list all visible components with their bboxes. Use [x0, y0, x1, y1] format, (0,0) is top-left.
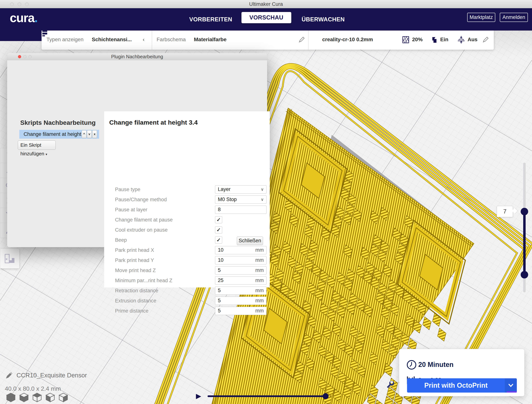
model-dimensions: 40.0 x 80.0 x 2.4 mm [5, 385, 61, 392]
edit-print-settings-icon[interactable] [482, 36, 489, 43]
setting-row: Pause/Change methodM0 Stop∨ [104, 194, 270, 205]
move-script-down-button[interactable]: v [87, 130, 92, 138]
setting-row: Change filament at pause✓ [104, 215, 270, 225]
tab-vorschau[interactable]: VORSCHAU [241, 12, 291, 23]
setting-input[interactable]: 5mm [215, 287, 266, 295]
setting-value: M0 Stop [218, 196, 237, 203]
collapse-chevron-icon[interactable]: ‹ [143, 29, 145, 50]
tab-vorbereiten[interactable]: VORBEREITEN [185, 8, 236, 31]
setting-row: Pause typeLayer∨ [104, 184, 270, 194]
move-script-up-button[interactable]: ^ [82, 130, 87, 138]
setting-dropdown[interactable]: Layer∨ [215, 185, 266, 193]
setting-value: 10 [218, 256, 223, 264]
print-time: 20 Minuten [418, 361, 454, 369]
setting-value: 10 [218, 246, 223, 254]
setting-unit: mm [255, 246, 264, 254]
dialog-zoom-button[interactable] [28, 55, 32, 58]
setting-label: Cool extruder on pause [115, 225, 168, 235]
setting-value: 5 [218, 266, 221, 274]
setting-label: Prime distance [115, 306, 149, 316]
print-summary-card: 20 Minuten 3g · 0.99m Print with OctoPri… [399, 349, 525, 396]
setting-label: Park print head Y [115, 255, 154, 265]
window-title: Ultimaker Cura [0, 0, 532, 8]
dialog-title: Plugin Nachbearbeitung [7, 53, 267, 60]
setting-input[interactable]: 10mm [215, 256, 266, 264]
setting-dropdown[interactable]: M0 Stop∨ [215, 195, 266, 204]
setting-row: Cool extruder on pause✓ [104, 225, 270, 235]
print-button-label: Print with OctoPrint [407, 378, 505, 392]
object-list-icon [0, 249, 20, 269]
print-options-dropdown[interactable] [505, 378, 517, 392]
setting-label: Retraction distance [115, 286, 158, 296]
setting-value: 5 [218, 287, 221, 294]
setting-row: Park print head X10mm [104, 245, 270, 255]
model-name[interactable]: CCR10_Exquisite Densor [17, 372, 87, 379]
setting-checkbox[interactable]: ✓ [215, 226, 222, 233]
close-window-button[interactable] [10, 2, 14, 6]
setting-label: Extrusion distance [115, 296, 156, 306]
remove-script-button[interactable]: x [92, 130, 97, 138]
dropdown-caret-icon: ▼ [45, 153, 48, 156]
object-list-button[interactable] [0, 249, 19, 269]
setting-row: Retraction distance5mm [104, 286, 270, 296]
layer-slider-value: 7 [497, 206, 513, 217]
edit-model-name-icon[interactable] [5, 370, 14, 380]
window-titlebar: Ultimaker Cura [0, 0, 532, 8]
setting-label: Park print head X [115, 245, 154, 255]
setting-unit: mm [255, 276, 264, 284]
support-icon [431, 36, 438, 44]
zoom-window-button[interactable] [25, 2, 29, 6]
add-script-button[interactable]: Ein Skript hinzufügen▼ [18, 141, 56, 150]
setting-unit: mm [255, 266, 264, 274]
dialog-close-button[interactable] [18, 55, 21, 58]
setting-label: Move print head Z [115, 265, 156, 276]
setting-checkbox[interactable]: ✓ [215, 216, 222, 223]
setting-row: Pause at layer8 [104, 205, 270, 215]
minimize-window-button[interactable] [18, 2, 21, 6]
marketplace-button[interactable]: Marktplatz [467, 13, 495, 22]
setting-input[interactable]: 5mm [215, 307, 266, 315]
printer-profile-value[interactable]: creality-cr-10 0.2mm [322, 29, 373, 50]
view-type-label: Typen anzeigen [46, 29, 83, 50]
selected-script-row[interactable]: Change filament at height 3.4 ^ v x [19, 130, 99, 139]
setting-input[interactable]: 5mm [215, 297, 266, 305]
setting-label: Pause at layer [115, 205, 147, 215]
view-type-value[interactable]: Schichtenansi... [92, 29, 132, 50]
chevron-down-icon: ∨ [261, 186, 264, 193]
setting-label: Minimum par...rint head Z [115, 276, 172, 286]
setting-input[interactable]: 25mm [215, 276, 266, 285]
support-value[interactable]: Ein [440, 29, 449, 50]
setting-input[interactable]: 8 [215, 205, 266, 214]
setting-label: Change filament at pause [115, 215, 173, 225]
dialog-titlebar[interactable]: Plugin Nachbearbeitung [7, 53, 267, 60]
setting-input[interactable]: 10mm [215, 246, 266, 254]
setting-value: 25 [218, 276, 223, 284]
signin-button[interactable]: Anmelden [500, 13, 528, 22]
setting-value: Layer [218, 186, 231, 193]
setting-checkbox[interactable]: ✓ [215, 237, 222, 244]
setting-unit: mm [255, 287, 264, 294]
print-with-octoprint-button[interactable]: Print with OctoPrint [407, 378, 517, 392]
setting-row: Move print head Z5mm [104, 265, 270, 276]
infill-value[interactable]: 20% [412, 29, 423, 50]
setting-label: Pause/Change method [115, 194, 167, 205]
setting-row: Park print head Y10mm [104, 255, 270, 265]
chevron-down-icon [508, 383, 514, 388]
color-scheme-label: Farbschema [157, 29, 186, 50]
setting-label: Beep [115, 235, 127, 245]
setting-value: 5 [218, 307, 221, 315]
color-scheme-value[interactable]: Materialfarbe [194, 29, 227, 50]
close-dialog-button[interactable]: Schließen [237, 237, 263, 245]
scripts-heading: Skripts Nachbearbeitung [20, 119, 95, 126]
octoprint-accent [507, 391, 517, 392]
setting-input[interactable]: 5mm [215, 266, 266, 275]
tab-ueberwachen[interactable]: ÜBERWACHEN [298, 8, 348, 31]
setting-value: 8 [218, 206, 221, 213]
setting-row: Minimum par...rint head Z25mm [104, 276, 270, 286]
edit-color-scheme-icon[interactable] [298, 36, 305, 43]
post-processing-dialog: Plugin Nachbearbeitung Skripts Nachbearb… [7, 53, 267, 247]
adhesion-value[interactable]: Aus [468, 29, 477, 50]
adhesion-icon [457, 36, 465, 44]
model-list-icons[interactable] [5, 392, 72, 403]
dialog-minimize-button[interactable] [23, 55, 26, 58]
